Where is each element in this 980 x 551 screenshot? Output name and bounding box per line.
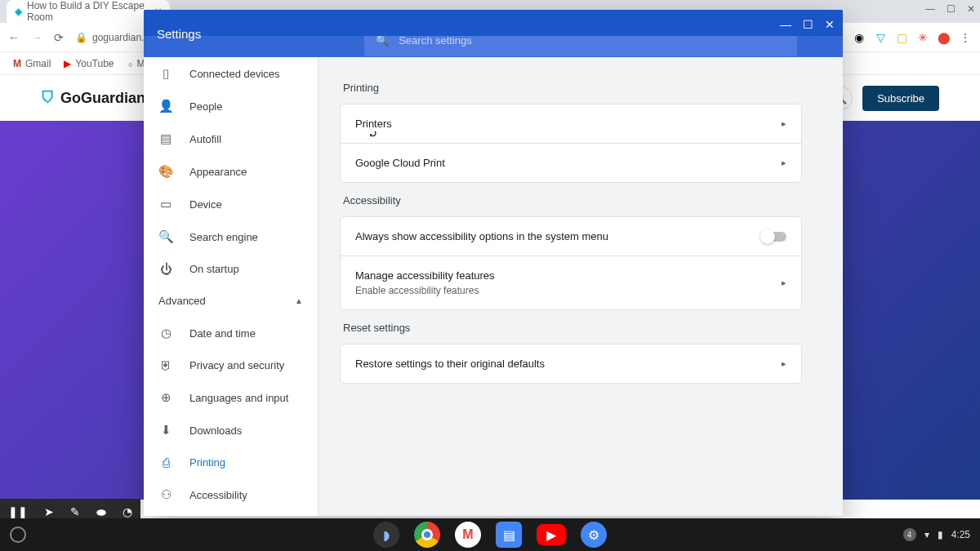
- bookmark-gmail[interactable]: MGmail: [13, 58, 51, 69]
- browser-menu-icon[interactable]: ⋮: [959, 31, 972, 44]
- reset-card: Restore settings to their original defau…: [340, 344, 802, 384]
- timer-icon[interactable]: ◔: [119, 505, 136, 518]
- sidebar-item-reset[interactable]: ↺Reset settings: [144, 511, 318, 516]
- settings-sidebar: ▯Connected devices 👤People ▤Autofill 🎨Ap…: [144, 57, 318, 516]
- sidebar-item-search-engine[interactable]: 🔍Search engine: [144, 220, 318, 253]
- search-icon: 🔍: [158, 229, 173, 244]
- sidebar-item-accessibility[interactable]: ⚇Accessibility: [144, 478, 318, 511]
- pause-icon[interactable]: ❚❚: [5, 505, 31, 518]
- download-icon: ⬇: [158, 423, 173, 438]
- chevron-up-icon: ▲: [295, 296, 303, 305]
- clipboard-icon: ▤: [158, 131, 173, 146]
- extension-gear-icon[interactable]: ✳: [916, 31, 929, 44]
- settings-window: Settings 🔍 — ☐ ✕ ▯Connected devices 👤Peo…: [144, 10, 843, 516]
- palette-icon: 🎨: [158, 164, 173, 179]
- goguardian-favicon: ◆: [15, 6, 22, 17]
- gmail-icon[interactable]: M: [455, 522, 481, 548]
- clock-icon: ◷: [158, 326, 173, 340]
- settings-search-box[interactable]: 🔍: [364, 24, 797, 56]
- tab-title: How to Build a DIY Escape Room: [27, 0, 150, 23]
- row-google-cloud-print[interactable]: Google Cloud Print▸: [341, 143, 801, 182]
- forward-icon[interactable]: →: [31, 31, 42, 44]
- sidebar-item-downloads[interactable]: ⬇Downloads: [144, 414, 318, 447]
- chevron-right-icon: ▸: [782, 278, 786, 288]
- sidebar-item-date-time[interactable]: ◷Date and time: [144, 317, 318, 349]
- browser-close-icon[interactable]: ✕: [967, 3, 975, 15]
- extension-shield-icon[interactable]: ▽: [874, 31, 887, 44]
- sidebar-item-appearance[interactable]: 🎨Appearance: [144, 155, 318, 188]
- search-icon: 🔍: [376, 34, 389, 47]
- chrome-icon[interactable]: [414, 522, 440, 548]
- app-dark-icon[interactable]: ◗: [373, 522, 399, 548]
- window-maximize-icon[interactable]: ☐: [803, 18, 813, 31]
- subscribe-button[interactable]: Subscribe: [862, 86, 939, 111]
- window-close-icon[interactable]: ✕: [825, 18, 835, 31]
- section-printing-label: Printing: [343, 82, 802, 94]
- back-icon[interactable]: ←: [8, 31, 20, 44]
- person-icon: 👤: [158, 99, 173, 113]
- section-reset-label: Reset settings: [343, 322, 802, 334]
- cursor-icon[interactable]: ➤: [41, 505, 57, 518]
- settings-title: Settings: [157, 27, 201, 41]
- row-manage-accessibility[interactable]: Manage accessibility features Enable acc…: [341, 256, 801, 309]
- notification-count-icon: 4: [903, 528, 916, 541]
- url-text: goguardian.c: [92, 32, 149, 43]
- row-restore-defaults[interactable]: Restore settings to their original defau…: [341, 344, 801, 383]
- sidebar-item-autofill[interactable]: ▤Autofill: [144, 122, 318, 155]
- sidebar-group-advanced[interactable]: Advanced ▲: [144, 285, 318, 317]
- pen-icon[interactable]: ✎: [67, 505, 83, 518]
- sidebar-item-device[interactable]: ▭Device: [144, 188, 318, 220]
- extension-brave-icon[interactable]: ◉: [853, 31, 866, 44]
- sidebar-item-printing[interactable]: ⎙Printing: [144, 447, 318, 478]
- address-bar[interactable]: 🔒 goguardian.c: [75, 32, 149, 43]
- extension-dot-icon[interactable]: ⬤: [938, 31, 951, 44]
- mouse-cursor: ⤾: [368, 127, 378, 140]
- accessibility-toggle[interactable]: [762, 232, 786, 242]
- settings-search-input[interactable]: [399, 34, 786, 47]
- goguardian-logo[interactable]: ⛉ GoGuardian: [41, 90, 145, 107]
- chevron-right-icon: ▸: [782, 358, 786, 369]
- printer-icon: ⎙: [158, 455, 173, 469]
- settings-content: Printing Printers▸ Google Cloud Print▸ A…: [318, 57, 843, 516]
- sidebar-item-privacy[interactable]: ⛨Privacy and security: [144, 349, 318, 381]
- bookmark-youtube[interactable]: ▶YouTube: [64, 58, 114, 69]
- row-accessibility-toggle[interactable]: Always show accessibility options in the…: [341, 217, 801, 256]
- section-accessibility-label: Accessibility: [343, 194, 802, 207]
- wifi-icon: ▾: [924, 529, 929, 540]
- sidebar-item-languages[interactable]: ⊕Languages and input: [144, 381, 318, 414]
- browser-minimize-icon[interactable]: —: [925, 3, 935, 15]
- settings-app-icon[interactable]: ⚙: [581, 522, 607, 548]
- eraser-icon[interactable]: ⬬: [93, 505, 109, 519]
- row-printers[interactable]: Printers▸: [341, 104, 801, 143]
- sidebar-item-on-startup[interactable]: ⏻On startup: [144, 253, 318, 285]
- accessibility-card: Always show accessibility options in the…: [340, 216, 802, 310]
- youtube-icon[interactable]: ▶: [537, 524, 566, 545]
- window-minimize-icon[interactable]: —: [780, 18, 791, 31]
- accessibility-icon: ⚇: [158, 487, 173, 502]
- system-tray[interactable]: 4 ▾ ▮ 4:25: [903, 528, 970, 541]
- sidebar-item-people[interactable]: 👤People: [144, 90, 318, 122]
- sidebar-item-connected-devices[interactable]: ▯Connected devices: [144, 57, 318, 90]
- browser-maximize-icon[interactable]: ☐: [947, 3, 956, 15]
- phone-icon: ▯: [158, 66, 173, 81]
- shield-icon: ⛨: [158, 358, 173, 372]
- settings-titlebar: Settings 🔍 — ☐ ✕: [144, 10, 843, 57]
- clock: 4:25: [951, 529, 970, 540]
- shield-icon: ⛉: [41, 90, 56, 107]
- globe-icon: ⊕: [158, 390, 173, 405]
- battery-icon: ▮: [938, 529, 943, 540]
- extension-square-icon[interactable]: ▢: [895, 31, 908, 44]
- chevron-right-icon: ▸: [782, 118, 786, 129]
- chevron-right-icon: ▸: [782, 158, 786, 168]
- lock-icon: 🔒: [75, 32, 87, 43]
- launcher-icon[interactable]: [10, 527, 26, 543]
- docs-icon[interactable]: ▤: [496, 522, 522, 548]
- brand-name: GoGuardian: [60, 90, 145, 107]
- chrome-os-shelf: ◗ M ▤ ▶ ⚙ 4 ▾ ▮ 4:25: [0, 518, 980, 551]
- printing-card: Printers▸ Google Cloud Print▸: [340, 104, 802, 183]
- laptop-icon: ▭: [158, 197, 173, 211]
- reload-icon[interactable]: ⟳: [54, 31, 64, 44]
- power-icon: ⏻: [158, 262, 173, 276]
